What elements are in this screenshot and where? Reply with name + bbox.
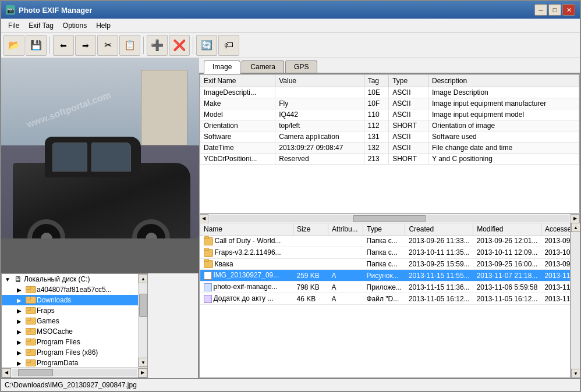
file-list-row[interactable]: 🖼IMG_20130927_09... 259 KB A Рисунок... … bbox=[200, 270, 571, 281]
menu-file[interactable]: File bbox=[3, 20, 24, 31]
exif-row[interactable]: ImageDescripti... 10E ASCII Image Descri… bbox=[200, 87, 579, 98]
tree-item-4[interactable]: ▶ MSOCache bbox=[2, 326, 138, 337]
tree-item-5[interactable]: ▶ Program Files bbox=[2, 337, 138, 347]
close-button[interactable]: ✕ bbox=[562, 4, 575, 16]
file-cell-accessed: 2013-09-26 12:01... bbox=[541, 236, 571, 247]
exif-cell-tag: 132 bbox=[364, 142, 389, 154]
file-cell-created: 2013-10-11 11:35... bbox=[405, 247, 473, 258]
tree-item-label-0: a404807faf81ea57cc5... bbox=[37, 286, 112, 294]
file-list-row[interactable]: Додаток до акту ... 46 KB A Файл "D... 2… bbox=[200, 293, 571, 305]
exif-row[interactable]: DateTime 2013:09:27 09:08:47 132 ASCII F… bbox=[200, 142, 579, 154]
tree-expand-7[interactable]: ▶ bbox=[15, 358, 24, 367]
tree-item-label-4: MSOCache bbox=[37, 327, 73, 336]
menu-help[interactable]: Help bbox=[91, 20, 115, 31]
tree-scrollbar[interactable]: ▲ ▼ bbox=[138, 274, 147, 367]
tree-hscroll-right[interactable]: ▶ bbox=[138, 368, 147, 377]
toolbar-copy-btn[interactable]: 📋 bbox=[119, 35, 140, 56]
exif-row[interactable]: Software Camera application 131 ASCII So… bbox=[200, 131, 579, 142]
tree-item-2[interactable]: ▶ Fraps bbox=[2, 305, 138, 316]
tree-hscroll-track[interactable] bbox=[12, 369, 137, 376]
tree-expand-3[interactable]: ▶ bbox=[15, 316, 24, 326]
tree-expand-5[interactable]: ▶ bbox=[15, 337, 24, 347]
folder-icon-1 bbox=[26, 297, 35, 304]
exif-hscroll-right[interactable]: ▶ bbox=[571, 214, 580, 223]
file-header-attr: Attribu... bbox=[328, 223, 363, 236]
file-cell-type: Приложе... bbox=[363, 281, 405, 293]
tree-expand-2[interactable]: ▶ bbox=[15, 306, 24, 315]
title-bar: 📷 Photo EXIF Manager ─ □ ✕ bbox=[1, 1, 580, 19]
file-list-row[interactable]: Fraps-v3.2.2.11496... Папка с... 2013-10… bbox=[200, 247, 571, 258]
tree-item-3[interactable]: ▶ Games bbox=[2, 316, 138, 326]
tree-expand-1[interactable]: ▶ bbox=[15, 295, 24, 305]
exif-hscroll-track[interactable] bbox=[210, 215, 569, 222]
title-buttons: ─ □ ✕ bbox=[534, 4, 575, 16]
file-cell-type: Папка с... bbox=[363, 247, 405, 258]
tree-item-6[interactable]: ▶ Program Files (x86) bbox=[2, 347, 138, 358]
exif-row[interactable]: Make Fly 10F ASCII Image input equipment… bbox=[200, 98, 579, 109]
file-list-row[interactable]: photo-exif-manage... 798 KB A Приложе...… bbox=[200, 281, 571, 293]
exif-cell-name: Make bbox=[200, 98, 275, 109]
tree-item-label-1: Downloads bbox=[37, 296, 71, 304]
tree-scroll-up[interactable]: ▲ bbox=[139, 274, 147, 283]
exif-cell-desc: Software used bbox=[428, 131, 579, 142]
exif-cell-name: Orientation bbox=[200, 120, 275, 131]
tree-hscroll-thumb[interactable] bbox=[18, 369, 53, 376]
tree-expand-0[interactable]: ▶ bbox=[15, 285, 24, 294]
file-list-row[interactable]: Call of Duty - World... Папка с... 2013-… bbox=[200, 236, 571, 247]
image-file-icon: 🖼 bbox=[204, 272, 212, 280]
toolbar-refresh-btn[interactable]: 🔄 bbox=[196, 35, 217, 56]
file-list-row[interactable]: Квака Папка с... 2013-09-25 15:59... 201… bbox=[200, 258, 571, 270]
file-cell-name: Call of Duty - World... bbox=[200, 236, 293, 247]
file-scroll-up[interactable]: ▲ bbox=[571, 223, 580, 232]
minimize-button[interactable]: ─ bbox=[534, 4, 547, 16]
tab-gps[interactable]: GPS bbox=[285, 60, 317, 73]
exif-cell-value: 2013:09:27 09:08:47 bbox=[275, 142, 364, 154]
exe-file-icon bbox=[204, 283, 212, 291]
tree-item-1[interactable]: ▶ Downloads bbox=[2, 295, 138, 305]
tab-camera[interactable]: Camera bbox=[242, 60, 284, 73]
menu-exif-tag[interactable]: Exif Tag bbox=[24, 20, 58, 31]
exif-row[interactable]: YCbCrPositioni... Reserved 213 SHORT Y a… bbox=[200, 154, 579, 165]
toolbar-save-btn[interactable]: 💾 bbox=[26, 35, 47, 56]
tree-item-0[interactable]: ▶ a404807faf81ea57cc5... bbox=[2, 284, 138, 295]
exif-row[interactable]: Orientation top/left 112 SHORT Orientati… bbox=[200, 120, 579, 131]
file-list-container[interactable]: Name Size Attribu... Type Created Modifi… bbox=[199, 223, 571, 378]
toolbar-add-btn[interactable]: ➕ bbox=[147, 35, 168, 56]
file-cell-created: 2013-09-25 15:59... bbox=[405, 258, 473, 270]
tree-expand-6[interactable]: ▶ bbox=[15, 348, 24, 357]
menu-options[interactable]: Options bbox=[58, 20, 91, 31]
file-cell-modified: 2013-09-25 16:00... bbox=[473, 258, 541, 270]
exif-table-container[interactable]: Exif Name Value Tag Type Description Ima… bbox=[199, 74, 580, 213]
toolbar-prev-btn[interactable]: ⬅ bbox=[53, 35, 74, 56]
file-list-scrollbar[interactable]: ▲ ▼ bbox=[571, 223, 580, 378]
tab-image[interactable]: Image bbox=[204, 60, 240, 74]
file-header-modified: Modified bbox=[473, 223, 541, 236]
file-cell-created: 2013-09-26 11:33... bbox=[405, 236, 473, 247]
tree-item-7[interactable]: ▶ ProgramData bbox=[2, 358, 138, 367]
folder-tree[interactable]: ▼ 🖥 Локальный диск (C:) ▶ a404807faf81ea… bbox=[2, 274, 138, 367]
tree-hscrollbar[interactable]: ◀ ▶ bbox=[2, 367, 147, 377]
file-scroll-down[interactable]: ▼ bbox=[571, 369, 580, 378]
tree-hscroll-left[interactable]: ◀ bbox=[2, 368, 11, 377]
tree-scroll-thumb[interactable] bbox=[139, 294, 147, 317]
exif-row[interactable]: Model IQ442 110 ASCII Image input equipm… bbox=[200, 109, 579, 120]
toolbar-delete-btn[interactable]: ❌ bbox=[169, 35, 190, 56]
tree-scroll-down[interactable]: ▼ bbox=[139, 358, 147, 367]
toolbar-separator-1 bbox=[49, 37, 50, 54]
doc-file-icon bbox=[204, 295, 212, 303]
file-cell-size: 259 KB bbox=[293, 270, 328, 281]
tree-item-root[interactable]: ▼ 🖥 Локальный диск (C:) bbox=[2, 274, 138, 284]
tree-expand-root[interactable]: ▼ bbox=[3, 275, 12, 284]
toolbar-cut-btn[interactable]: ✂ bbox=[97, 35, 118, 56]
exif-cell-type: ASCII bbox=[389, 142, 428, 154]
toolbar-open-btn[interactable]: 📂 bbox=[3, 35, 24, 56]
file-cell-accessed: 2013-10-11 12:09... bbox=[541, 247, 571, 258]
toolbar-next-btn[interactable]: ➡ bbox=[75, 35, 96, 56]
exif-hscrollbar[interactable]: ◀ ▶ bbox=[199, 213, 580, 223]
tree-expand-4[interactable]: ▶ bbox=[15, 327, 24, 336]
exif-hscroll-thumb[interactable] bbox=[353, 215, 426, 222]
maximize-button[interactable]: □ bbox=[548, 4, 561, 16]
exif-cell-type: SHORT bbox=[389, 120, 428, 131]
exif-hscroll-left[interactable]: ◀ bbox=[199, 214, 208, 223]
toolbar-tag-btn[interactable]: 🏷 bbox=[218, 35, 239, 56]
